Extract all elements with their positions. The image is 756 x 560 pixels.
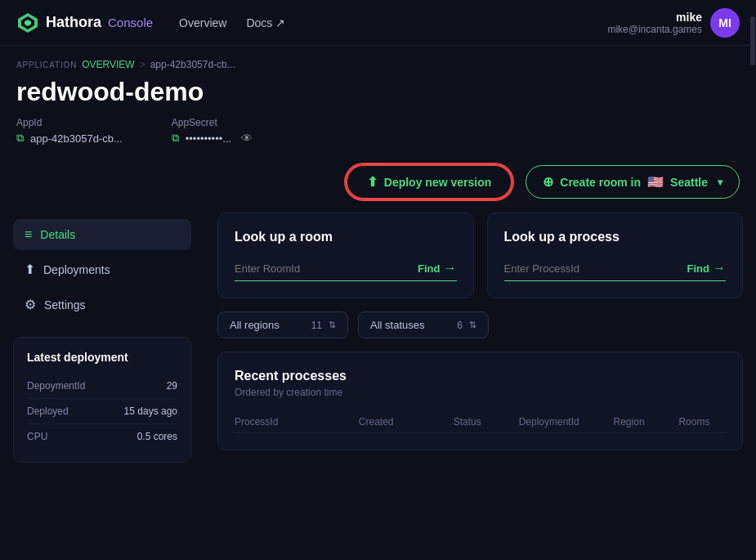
nav-overview[interactable]: Overview	[179, 16, 226, 29]
navbar: Hathora Console Overview Docs ↗ mike mik…	[0, 0, 756, 46]
user-name: mike	[607, 11, 702, 24]
deployment-id-value: 29	[167, 380, 177, 392]
create-room-plus-icon: ⊕	[543, 174, 553, 190]
create-room-button[interactable]: ⊕ Create room in 🇺🇸 Seattle ▾	[526, 165, 740, 199]
app-secret-section: AppSecret ⧉ ••••••••••... 👁	[172, 117, 253, 145]
details-icon: ≡	[25, 227, 32, 242]
sidebar-item-deployments[interactable]: ⬆ Deployments	[13, 253, 191, 285]
hathora-logo-icon	[16, 11, 39, 34]
breadcrumb-overview-link[interactable]: OVERVIEW	[82, 59, 134, 70]
create-room-flag: 🇺🇸	[647, 174, 664, 190]
logo-name: Hathora	[46, 14, 101, 31]
find-room-button[interactable]: Find →	[418, 261, 456, 276]
app-id-section: AppId ⧉ app-42b3057d-cb...	[16, 117, 123, 145]
eye-icon[interactable]: 👁	[241, 132, 253, 145]
recent-processes-card: Recent processes Ordered by creation tim…	[217, 352, 743, 450]
user-info: mike mike@incanta.games	[607, 11, 702, 35]
col-status: Status	[454, 416, 512, 428]
lookup-process-title: Look up a process	[504, 230, 727, 244]
col-process-id: ProcessId	[235, 416, 352, 428]
lookup-room-title: Look up a room	[235, 230, 457, 244]
app-id-value: app-42b3057d-cb...	[30, 132, 123, 145]
app-meta: AppId ⧉ app-42b3057d-cb... AppSecret ⧉ •…	[16, 117, 740, 145]
chevron-down-icon[interactable]: ▾	[718, 177, 722, 188]
app-secret-row: ⧉ ••••••••••... 👁	[172, 132, 253, 145]
deployed-value: 15 days ago	[124, 405, 177, 417]
deploy-new-version-button[interactable]: ⬆ Deploy new version	[346, 164, 512, 199]
cpu-value: 0.5 cores	[137, 431, 177, 442]
processes-table-header: ProcessId Created Status DeploymentId Re…	[235, 411, 726, 433]
sidebar-item-details[interactable]: ≡ Details	[13, 219, 191, 250]
sidebar-settings-label: Settings	[44, 298, 86, 311]
page-header: redwood-demo AppId ⧉ app-42b3057d-cb... …	[0, 70, 756, 158]
cpu-row: CPU 0.5 cores	[27, 424, 177, 449]
breadcrumb-app-id: app-42b3057d-cb...	[150, 59, 235, 70]
settings-icon: ⚙	[25, 297, 36, 312]
regions-filter-label: All regions	[230, 319, 280, 331]
regions-count: 11	[311, 320, 322, 331]
deployment-id-row: DepoymentId 29	[27, 374, 177, 399]
lookup-process-input-row: Find →	[504, 261, 727, 281]
content-area: Look up a room Find → Look up a process …	[204, 213, 756, 482]
latest-deployment-title: Latest deployment	[27, 351, 177, 364]
statuses-count: 6	[457, 320, 463, 331]
app-id-row: ⧉ app-42b3057d-cb...	[16, 132, 123, 145]
find-process-arrow: →	[713, 261, 726, 276]
app-secret-value: ••••••••••...	[186, 132, 231, 145]
logo: Hathora Console	[16, 11, 153, 34]
statuses-filter-label: All statuses	[370, 319, 424, 331]
lookup-room-input-row: Find →	[235, 261, 457, 281]
processes-subtitle: Ordered by creation time	[235, 387, 726, 398]
cpu-key: CPU	[27, 431, 47, 442]
deploy-button-label: Deploy new version	[384, 176, 491, 189]
scrollbar-thumb[interactable]	[750, 16, 755, 65]
process-id-input[interactable]	[504, 262, 687, 275]
lookup-cards-row: Look up a room Find → Look up a process …	[217, 213, 743, 298]
logo-console: Console	[108, 16, 153, 29]
sidebar-details-label: Details	[40, 228, 75, 241]
avatar[interactable]: MI	[710, 8, 740, 38]
create-room-prefix: Create room in	[560, 176, 641, 189]
user-area: mike mike@incanta.games MI	[607, 8, 740, 38]
regions-filter[interactable]: All regions 11 ⇅	[217, 311, 348, 338]
deployments-icon: ⬆	[25, 262, 35, 277]
sidebar: ≡ Details ⬆ Deployments ⚙ Settings Lates…	[0, 213, 204, 482]
latest-deployment-card: Latest deployment DepoymentId 29 Deploye…	[13, 337, 191, 463]
main-layout: ≡ Details ⬆ Deployments ⚙ Settings Lates…	[0, 213, 756, 482]
sidebar-item-settings[interactable]: ⚙ Settings	[13, 289, 191, 320]
room-id-input[interactable]	[235, 262, 418, 275]
col-deployment-id: DeploymentId	[519, 416, 607, 428]
breadcrumb-section-label: APPLICATION	[16, 60, 77, 69]
breadcrumb: APPLICATION OVERVIEW > app-42b3057d-cb..…	[0, 46, 756, 70]
lookup-room-card: Look up a room Find →	[217, 213, 474, 298]
deployed-key: Deployed	[27, 405, 69, 417]
app-secret-label: AppSecret	[172, 117, 253, 128]
lookup-process-card: Look up a process Find →	[487, 213, 744, 298]
find-process-label: Find	[687, 262, 709, 275]
col-region: Region	[614, 416, 673, 428]
statuses-filter[interactable]: All statuses 6 ⇅	[358, 311, 489, 338]
deployed-row: Deployed 15 days ago	[27, 399, 177, 424]
regions-arrows-icon: ⇅	[329, 320, 336, 330]
nav-links: Overview Docs ↗	[179, 16, 607, 29]
statuses-arrows-icon: ⇅	[469, 320, 476, 330]
user-email: mike@incanta.games	[607, 24, 702, 35]
find-room-arrow: →	[444, 261, 457, 276]
app-id-label: AppId	[16, 117, 123, 128]
nav-docs[interactable]: Docs ↗	[246, 16, 285, 29]
actions-row: ⬆ Deploy new version ⊕ Create room in 🇺🇸…	[0, 158, 756, 213]
app-secret-copy-icon[interactable]: ⧉	[172, 132, 179, 145]
deploy-icon: ⬆	[367, 174, 378, 190]
find-room-label: Find	[418, 262, 440, 275]
scrollbar-track	[749, 0, 756, 560]
sidebar-deployments-label: Deployments	[43, 263, 110, 276]
find-process-button[interactable]: Find →	[687, 261, 726, 276]
col-created: Created	[359, 416, 447, 428]
app-id-copy-icon[interactable]: ⧉	[16, 132, 24, 145]
filters-row: All regions 11 ⇅ All statuses 6 ⇅	[217, 311, 743, 338]
processes-title: Recent processes	[235, 369, 726, 383]
page-title: redwood-demo	[16, 77, 740, 107]
col-rooms: Rooms	[678, 416, 726, 428]
breadcrumb-separator: >	[140, 59, 145, 70]
deployment-id-key: DepoymentId	[27, 380, 85, 392]
